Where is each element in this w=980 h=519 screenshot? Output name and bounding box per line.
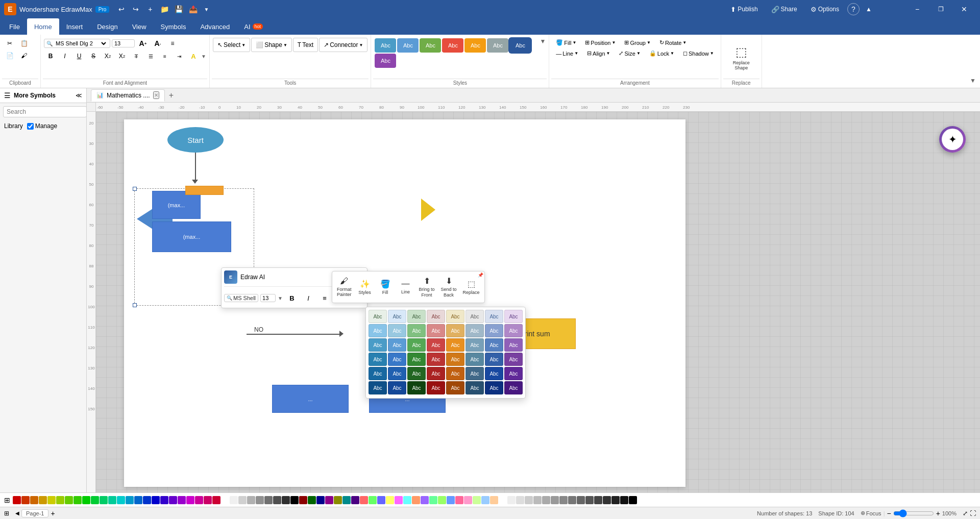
style-btn-7[interactable]: Abc	[509, 38, 531, 53]
group-btn[interactable]: ⊞ Group ▼	[621, 38, 654, 47]
palette-cell-5-2[interactable]: Abc	[388, 367, 406, 380]
color-swatch[interactable]	[65, 496, 73, 504]
color-swatch[interactable]	[273, 496, 281, 504]
redo-btn[interactable]: ↪	[130, 3, 142, 15]
color-swatch[interactable]	[74, 496, 82, 504]
color-swatch[interactable]	[308, 496, 316, 504]
palette-cell-3-8[interactable]: Abc	[504, 338, 523, 352]
color-swatch[interactable]	[299, 496, 307, 504]
palette-cell-2-5[interactable]: Abc	[446, 324, 464, 337]
menu-item-ai[interactable]: AI hot	[237, 18, 270, 35]
publish-btn[interactable]: ⬆ Publish	[725, 4, 763, 15]
color-swatch[interactable]	[455, 496, 463, 504]
paste-btn[interactable]: 📄	[3, 50, 16, 61]
color-swatch[interactable]	[568, 496, 576, 504]
save-btn[interactable]: +	[144, 3, 156, 15]
color-swatch[interactable]	[247, 496, 255, 504]
export-btn[interactable]: 📤	[187, 3, 199, 15]
shadow-btn[interactable]: ◻ Shadow ▼	[679, 48, 718, 58]
palette-cell-4-5[interactable]: Abc	[446, 353, 464, 366]
ft-dropdown-btn[interactable]: ▼	[278, 295, 283, 301]
ft-italic-btn[interactable]: I	[301, 291, 315, 305]
format-painter-btn[interactable]: 🖌	[17, 50, 31, 61]
palette-cell-5-1[interactable]: Abc	[369, 367, 387, 380]
color-swatch[interactable]	[447, 496, 455, 504]
st-send-back[interactable]: ⬇ Send toBack	[438, 274, 459, 301]
color-swatch[interactable]	[256, 496, 264, 504]
palette-cell-4-1[interactable]: Abc	[369, 353, 387, 366]
palette-cell-1-2[interactable]: Abc	[388, 310, 406, 323]
style-btn-5[interactable]: Abc	[464, 38, 486, 53]
grid-view-btn[interactable]: ⊞	[4, 510, 9, 517]
color-picker-btn[interactable]: ⊞	[4, 496, 10, 504]
color-swatch[interactable]	[360, 496, 368, 504]
max-box-left[interactable]: (max...	[152, 191, 201, 219]
text-btn[interactable]: T Text	[293, 38, 318, 52]
menu-item-home[interactable]: Home	[27, 18, 59, 35]
st-bring-front[interactable]: ⬆ Bring toFront	[416, 274, 437, 301]
palette-cell-3-2[interactable]: Abc	[388, 338, 406, 352]
zoom-in-btn[interactable]: +	[936, 509, 940, 517]
color-swatch[interactable]	[464, 496, 472, 504]
palette-cell-3-4[interactable]: Abc	[427, 338, 445, 352]
color-swatch[interactable]	[186, 496, 194, 504]
strikethrough-btn[interactable]: S	[87, 51, 100, 62]
expand-btn[interactable]: ▲	[863, 3, 875, 15]
palette-cell-6-8[interactable]: Abc	[504, 381, 523, 394]
color-swatch[interactable]	[473, 496, 481, 504]
color-swatch[interactable]	[594, 496, 602, 504]
color-swatch[interactable]	[585, 496, 594, 504]
collapse-panel-btn[interactable]: ≪	[76, 92, 82, 99]
page-tab[interactable]: Page-1	[21, 509, 48, 517]
text-align-btn[interactable]: ≡	[166, 38, 179, 49]
palette-cell-6-4[interactable]: Abc	[427, 381, 445, 394]
color-swatch[interactable]	[429, 496, 437, 504]
color-swatch[interactable]	[421, 496, 429, 504]
color-swatch[interactable]	[516, 496, 524, 504]
zoom-slider[interactable]	[893, 509, 934, 517]
connector-btn[interactable]: ↗ Connector ▼	[319, 38, 368, 52]
palette-cell-2-7[interactable]: Abc	[485, 324, 503, 337]
palette-cell-2-2[interactable]: Abc	[388, 324, 406, 337]
palette-cell-5-6[interactable]: Abc	[465, 367, 484, 380]
color-swatch[interactable]	[620, 496, 628, 504]
palette-cell-5-4[interactable]: Abc	[427, 367, 445, 380]
left-panel-menu-btn[interactable]: ☰	[4, 91, 11, 100]
italic-btn[interactable]: I	[58, 51, 71, 62]
dropdown-btn[interactable]: ▼	[201, 3, 211, 15]
page-down-btn[interactable]: ◀	[15, 510, 19, 516]
color-swatch[interactable]	[533, 496, 542, 504]
add-tab-btn[interactable]: +	[166, 91, 177, 100]
palette-cell-6-1[interactable]: Abc	[369, 381, 387, 394]
color-swatch[interactable]	[56, 496, 64, 504]
open-btn[interactable]: 📁	[158, 3, 170, 15]
color-swatch[interactable]	[542, 496, 550, 504]
font-clear-btn[interactable]: T̶	[130, 51, 143, 62]
palette-cell-5-8[interactable]: Abc	[504, 367, 523, 380]
restore-btn[interactable]: ❐	[929, 1, 952, 17]
fill-btn[interactable]: 🪣 Fill ▼	[552, 38, 580, 47]
color-swatch[interactable]	[169, 496, 177, 504]
style-btn-8[interactable]: Abc	[375, 54, 396, 68]
palette-cell-3-3[interactable]: Abc	[407, 338, 426, 352]
rotate-btn[interactable]: ↻ Rotate ▼	[656, 38, 690, 47]
color-swatch[interactable]	[100, 496, 108, 504]
color-swatch[interactable]	[178, 496, 186, 504]
st-fill[interactable]: 🪣 Fill	[376, 277, 395, 298]
color-swatch[interactable]	[143, 496, 151, 504]
line-btn[interactable]: — Line ▼	[552, 48, 582, 58]
palette-cell-1-8[interactable]: Abc	[504, 310, 523, 323]
palette-cell-6-6[interactable]: Abc	[465, 381, 484, 394]
close-btn[interactable]: ✕	[952, 1, 976, 17]
color-swatch[interactable]	[499, 496, 507, 504]
expand-ribbon-btn[interactable]: ▼	[968, 76, 978, 86]
color-swatch[interactable]	[334, 496, 342, 504]
styles-expand-btn[interactable]: ▼	[540, 38, 546, 45]
search-input[interactable]	[3, 106, 87, 117]
color-swatch[interactable]	[377, 496, 385, 504]
color-swatch[interactable]	[629, 496, 637, 504]
color-swatch[interactable]	[230, 496, 238, 504]
color-swatch[interactable]	[325, 496, 333, 504]
list2-btn[interactable]: ≡	[158, 51, 172, 62]
palette-cell-5-7[interactable]: Abc	[485, 367, 503, 380]
